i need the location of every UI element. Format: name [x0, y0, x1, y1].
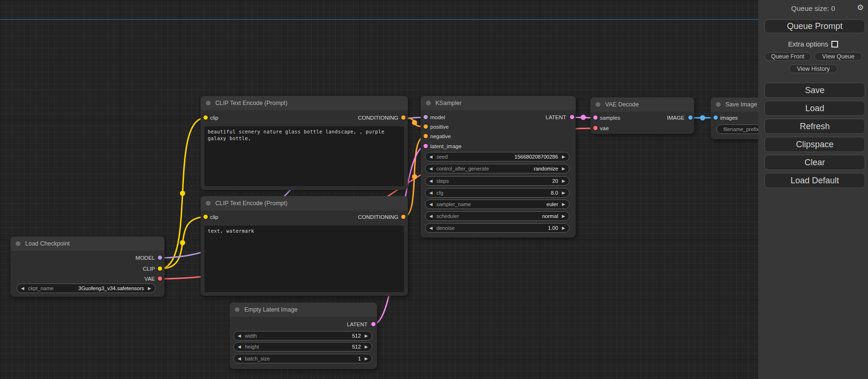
- node-title-text: CLIP Text Encode (Prompt): [215, 200, 288, 207]
- queue-size-label: Queue size: 0: [758, 4, 868, 12]
- node-header[interactable]: VAE Decode: [590, 97, 694, 112]
- settings-gear-icon[interactable]: ⚙: [857, 3, 864, 12]
- output-port-model[interactable]: [158, 256, 162, 260]
- widget-sampler-name[interactable]: ◀ sampler_name euler ▶: [425, 199, 569, 209]
- prev-value-icon[interactable]: ◀: [429, 200, 433, 208]
- input-port-vae[interactable]: [593, 126, 598, 130]
- input-port-positive[interactable]: [424, 124, 428, 129]
- output-port-latent[interactable]: [371, 322, 376, 326]
- widget-seed[interactable]: ◀ seed 156680208700286 ▶: [425, 152, 569, 161]
- collapse-dot-icon[interactable]: [206, 201, 211, 206]
- prev-value-icon[interactable]: ◀: [429, 224, 433, 232]
- extra-options-checkbox[interactable]: [831, 41, 838, 47]
- node-header[interactable]: CLIP Text Encode (Prompt): [201, 196, 408, 210]
- input-label-positive: positive: [430, 122, 449, 132]
- extra-options-label: Extra options: [788, 40, 829, 48]
- next-value-icon[interactable]: ▶: [365, 342, 368, 351]
- node-title-text: Save Image: [725, 101, 757, 108]
- link-dot: [700, 115, 705, 121]
- output-port-conditioning[interactable]: [401, 215, 405, 219]
- save-button[interactable]: Save: [764, 83, 865, 98]
- next-value-icon[interactable]: ▶: [365, 332, 368, 340]
- widget-denoise[interactable]: ◀ denoise 1.00 ▶: [425, 223, 569, 233]
- prompt-textarea[interactable]: text, watermark: [204, 226, 404, 292]
- node-header[interactable]: CLIP Text Encode (Prompt): [201, 96, 408, 110]
- node-header[interactable]: Load Checkpoint: [10, 237, 164, 251]
- refresh-button[interactable]: Refresh: [764, 119, 865, 134]
- output-label-conditioning: CONDITIONING: [358, 212, 398, 222]
- link-dot: [412, 120, 417, 125]
- input-label-model: model: [430, 113, 445, 122]
- node-empty-latent-image[interactable]: Empty Latent Image LATENT ◀ width 512 ▶ …: [230, 303, 377, 369]
- collapse-dot-icon[interactable]: [596, 102, 600, 107]
- node-header[interactable]: Empty Latent Image: [230, 303, 377, 317]
- output-port-clip[interactable]: [158, 266, 162, 271]
- prev-value-icon[interactable]: ◀: [429, 189, 433, 197]
- widget-height[interactable]: ◀ height 512 ▶: [233, 342, 372, 351]
- input-port-negative[interactable]: [424, 134, 428, 138]
- load-button[interactable]: Load: [764, 101, 865, 116]
- next-value-icon[interactable]: ▶: [562, 152, 565, 161]
- widget-width[interactable]: ◀ width 512 ▶: [233, 331, 372, 341]
- next-value-icon[interactable]: ▶: [562, 224, 565, 232]
- collapse-dot-icon[interactable]: [235, 307, 240, 312]
- input-port-clip[interactable]: [203, 115, 208, 120]
- node-header[interactable]: KSampler: [421, 96, 576, 110]
- collapse-dot-icon[interactable]: [16, 241, 20, 246]
- input-label-clip: clip: [210, 212, 218, 222]
- widget-steps[interactable]: ◀ steps 20 ▶: [425, 176, 569, 186]
- widget-ckpt-name[interactable]: ◀ ckpt_name 3Guofeng3_v34.safetensors ▶: [17, 284, 155, 293]
- widget-cfg[interactable]: ◀ cfg 8.0 ▶: [425, 188, 569, 198]
- widget-scheduler[interactable]: ◀ scheduler normal ▶: [425, 211, 569, 221]
- prev-value-icon[interactable]: ◀: [429, 164, 433, 173]
- input-label-vae: vae: [600, 123, 609, 133]
- prev-value-icon[interactable]: ◀: [21, 284, 24, 293]
- view-history-button[interactable]: View History: [789, 65, 838, 73]
- output-label-latent: LATENT: [347, 320, 367, 329]
- node-ksampler[interactable]: KSampler model LATENT positive negative …: [421, 96, 576, 237]
- next-value-icon[interactable]: ▶: [365, 354, 368, 363]
- next-value-icon[interactable]: ▶: [562, 200, 565, 208]
- prev-value-icon[interactable]: ◀: [238, 332, 241, 340]
- node-clip-text-encode-positive[interactable]: CLIP Text Encode (Prompt) clip CONDITION…: [201, 96, 408, 190]
- prev-value-icon[interactable]: ◀: [429, 177, 433, 185]
- node-clip-text-encode-negative[interactable]: CLIP Text Encode (Prompt) clip CONDITION…: [201, 196, 408, 296]
- output-port-image[interactable]: [688, 115, 693, 120]
- view-queue-button[interactable]: View Queue: [814, 52, 862, 61]
- output-label-clip: CLIP: [143, 264, 155, 274]
- input-port-model[interactable]: [424, 115, 428, 119]
- input-port-samples[interactable]: [593, 115, 598, 120]
- link-dot: [412, 174, 417, 180]
- next-value-icon[interactable]: ▶: [562, 164, 565, 173]
- clipspace-button[interactable]: Clipspace: [764, 137, 865, 152]
- prev-value-icon[interactable]: ◀: [429, 152, 433, 161]
- collapse-dot-icon[interactable]: [206, 101, 211, 105]
- widget-control-after-generate[interactable]: ◀ control_after_generate randomize ▶: [425, 164, 569, 173]
- output-port-conditioning[interactable]: [401, 115, 405, 120]
- input-port-images[interactable]: [714, 115, 718, 120]
- next-value-icon[interactable]: ▶: [562, 212, 565, 220]
- output-port-latent[interactable]: [570, 115, 574, 119]
- output-port-vae[interactable]: [158, 276, 162, 281]
- node-graph-canvas[interactable]: Load Checkpoint MODEL CLIP VAE ◀ ckpt_na…: [0, 0, 868, 379]
- prev-value-icon[interactable]: ◀: [238, 342, 241, 351]
- clear-button[interactable]: Clear: [764, 155, 865, 170]
- node-load-checkpoint[interactable]: Load Checkpoint MODEL CLIP VAE ◀ ckpt_na…: [10, 237, 164, 297]
- next-value-icon[interactable]: ▶: [562, 189, 565, 197]
- next-value-icon[interactable]: ▶: [148, 284, 151, 293]
- prev-value-icon[interactable]: ◀: [429, 212, 433, 220]
- collapse-dot-icon[interactable]: [716, 102, 721, 107]
- widget-batch-size[interactable]: ◀ batch_size 1 ▶: [233, 354, 372, 363]
- load-default-button[interactable]: Load Default: [764, 173, 865, 188]
- comfyui-menu-panel: Queue size: 0 ⚙ Queue Prompt Extra optio…: [758, 0, 868, 379]
- input-port-latent-image[interactable]: [424, 144, 428, 148]
- input-port-clip[interactable]: [203, 215, 208, 219]
- prompt-textarea[interactable]: beautiful scenery nature glass bottle la…: [204, 126, 404, 186]
- next-value-icon[interactable]: ▶: [562, 177, 565, 185]
- input-label-negative: negative: [430, 132, 451, 141]
- prev-value-icon[interactable]: ◀: [238, 354, 241, 363]
- queue-front-button[interactable]: Queue Front: [764, 52, 811, 61]
- collapse-dot-icon[interactable]: [426, 101, 431, 105]
- node-vae-decode[interactable]: VAE Decode samples IMAGE vae: [590, 97, 694, 134]
- queue-prompt-button[interactable]: Queue Prompt: [764, 19, 865, 33]
